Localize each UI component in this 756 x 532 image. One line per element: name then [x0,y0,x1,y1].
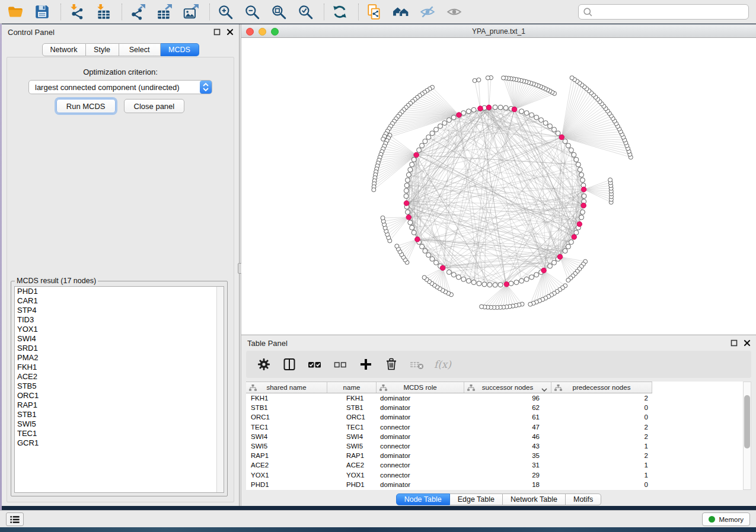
select-all-rows-icon[interactable] [305,355,324,374]
table-row[interactable]: FKH1FKH1dominator962 [246,393,652,403]
table-cell[interactable]: PHD1 [327,480,377,489]
run-mcds-button[interactable]: Run MCDS [56,99,116,113]
table-cell[interactable]: 47 [464,422,551,432]
mcds-result-item[interactable]: TEC1 [15,429,224,438]
table-cell[interactable]: 0 [551,403,652,412]
mcds-result-item[interactable]: SWI5 [15,419,224,429]
column-visibility-icon[interactable] [280,355,299,374]
close-panel-icon[interactable] [226,28,234,36]
table-cell[interactable]: ORC1 [327,412,377,422]
save-session-icon[interactable] [33,2,52,21]
mcds-result-item[interactable]: ACE2 [15,372,224,382]
tab-style[interactable]: Style [86,43,119,56]
mcds-result-item[interactable]: GCR1 [15,438,224,448]
duplicate-network-icon[interactable] [365,2,384,21]
close-panel-button[interactable]: Close panel [124,99,185,113]
table-cell[interactable]: connector [377,422,464,432]
column-header-predecessor-nodes[interactable]: predecessor nodes [551,382,652,393]
table-cell[interactable]: 46 [464,432,551,441]
table-cell[interactable]: 2 [551,432,652,441]
table-cell[interactable]: 0 [551,412,652,422]
mcds-result-item[interactable]: RAP1 [15,400,224,410]
table-row[interactable]: ACE2ACE2connector311 [246,460,652,470]
table-cell[interactable]: FKH1 [327,393,377,403]
table-cell[interactable]: connector [377,470,464,480]
minimize-window-icon[interactable] [259,28,266,36]
table-row[interactable]: PHD1PHD1dominator180 [246,480,652,489]
table-cell[interactable]: 2 [551,422,652,432]
zoom-window-icon[interactable] [271,28,279,36]
table-row[interactable]: SWI4SWI4dominator462 [246,432,652,441]
close-window-icon[interactable] [246,28,254,36]
zoom-selected-icon[interactable] [296,2,315,21]
table-cell[interactable]: connector [377,460,464,470]
import-table-icon[interactable] [94,2,113,21]
table-cell[interactable]: 96 [464,393,551,403]
table-cell[interactable]: ACE2 [327,460,377,470]
add-column-icon[interactable] [356,355,375,374]
mcds-result-item[interactable]: PMA2 [15,353,224,363]
delete-column-trash-icon[interactable] [382,355,401,374]
tab-network[interactable]: Network [42,43,86,56]
table-cell[interactable]: 35 [464,451,551,460]
table-cell[interactable]: dominator [377,432,464,441]
table-cell[interactable]: SWI5 [327,441,377,451]
table-cell[interactable]: ACE2 [246,460,327,470]
float-panel-icon[interactable] [213,28,221,36]
search-field[interactable] [578,4,749,20]
table-cell[interactable]: TEC1 [327,422,377,432]
close-panel-icon[interactable] [743,339,751,347]
mcds-result-item[interactable]: PHD1 [15,287,224,296]
table-cell[interactable]: YOX1 [327,470,377,480]
float-panel-icon[interactable] [730,339,738,347]
table-cell[interactable]: dominator [377,403,464,412]
table-cell[interactable]: 61 [464,412,551,422]
table-cell[interactable]: PHD1 [246,480,327,489]
mcds-result-item[interactable]: STP4 [15,306,224,315]
mcds-list-scrollbar[interactable] [216,287,224,492]
criterion-dropdown[interactable]: largest connected component (undirected) [28,80,212,94]
table-settings-gear-icon[interactable] [254,355,273,374]
mcds-result-item[interactable]: ORC1 [15,391,224,400]
column-header-shared-name[interactable]: shared name [246,382,327,393]
table-cell[interactable]: dominator [377,393,464,403]
table-cell[interactable]: 1 [551,441,652,451]
deselect-all-rows-icon[interactable] [331,355,350,374]
table-cell[interactable]: 43 [464,441,551,451]
table-scrollbar-thumb[interactable] [744,395,750,448]
search-input[interactable] [593,6,748,18]
open-file-icon[interactable] [6,2,25,21]
table-cell[interactable]: 0 [551,480,652,489]
mcds-result-item[interactable]: TID3 [15,315,224,325]
table-cell[interactable]: dominator [377,480,464,489]
export-table-icon[interactable] [155,2,174,21]
table-row[interactable]: YOX1YOX1connector291 [246,470,652,480]
tab-select[interactable]: Select [119,43,161,56]
tab-node-table[interactable]: Node Table [396,493,450,505]
mcds-result-item[interactable]: SWI4 [15,334,224,344]
column-header-mcds-role[interactable]: MCDS role [377,382,464,393]
table-cell[interactable]: YOX1 [246,470,327,480]
table-cell[interactable]: 31 [464,460,551,470]
table-row[interactable]: RAP1RAP1dominator352 [246,451,652,460]
column-header-name[interactable]: name [327,382,377,393]
table-cell[interactable]: 62 [464,403,551,412]
first-neighbors-icon[interactable] [391,2,410,21]
table-cell[interactable]: RAP1 [246,451,327,460]
table-cell[interactable]: 2 [551,451,652,460]
mcds-result-item[interactable]: STB5 [15,382,224,391]
table-cell[interactable]: 18 [464,480,551,489]
tab-network-table[interactable]: Network Table [503,493,566,505]
zoom-fit-icon[interactable] [269,2,288,21]
export-network-icon[interactable] [128,2,147,21]
show-all-eye-icon[interactable] [445,2,464,21]
memory-button[interactable]: Memory [702,512,750,526]
zoom-out-icon[interactable] [243,2,261,21]
network-titlebar[interactable]: YPA_prune.txt_1 [241,25,756,38]
network-canvas[interactable] [241,38,756,334]
table-scrollbar[interactable] [743,382,751,490]
table-cell[interactable]: TEC1 [246,422,327,432]
tab-motifs[interactable]: Motifs [566,493,601,505]
mcds-result-item[interactable]: CAR1 [15,296,224,306]
table-cell[interactable]: ORC1 [246,412,327,422]
